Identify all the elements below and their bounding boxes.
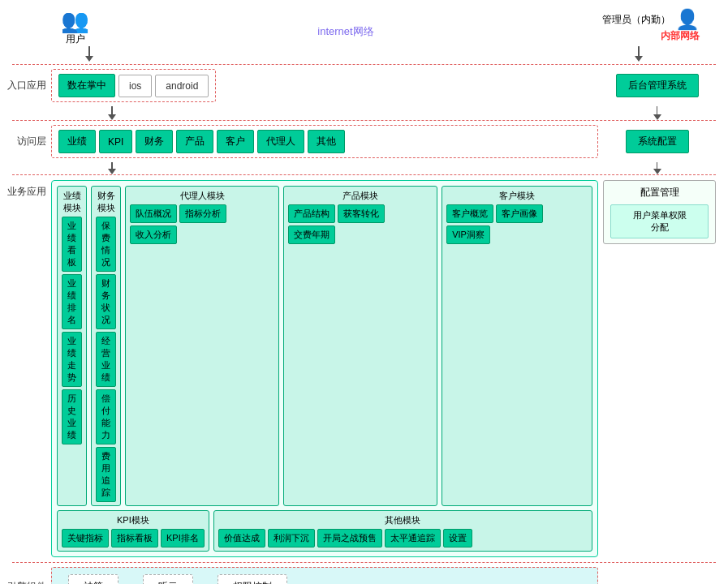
side-arrow-3 — [653, 162, 661, 174]
customer-module: 客户模块 客户概览 客户画像 VIP洞察 — [442, 186, 592, 506]
engine-label: 引擎组件 — [12, 567, 51, 584]
access-item-finance: 财务 — [136, 130, 173, 153]
engine-shensi: 神策 — [68, 574, 118, 584]
config-mgmt-title: 配置管理 — [610, 186, 709, 200]
finance-module: 财务模块 保费情况 财务状况 经营业绩 偿付能力 费用追踪 — [91, 186, 121, 506]
perf-module-title: 业绩模块 — [62, 190, 82, 214]
item-cust-portrait: 客户画像 — [496, 204, 543, 223]
agent-module: 代理人模块 队伍概况 指标分析 收入分析 — [125, 186, 279, 506]
other-module: 其他模块 价值达成 利润下沉 开局之战预售 太平通追踪 设置 — [213, 510, 592, 552]
sys-config: 系统配置 — [626, 130, 689, 153]
other-module-items: 价值达成 利润下沉 开局之战预售 太平通追踪 设置 — [218, 529, 588, 548]
item-prod-period: 交费年期 — [288, 225, 335, 244]
access-item-agent: 代理人 — [257, 130, 304, 153]
item-perf-rank: 业绩排名 — [62, 274, 82, 329]
other-module-title: 其他模块 — [218, 514, 588, 526]
user-arrow — [85, 46, 93, 64]
app-android: android — [155, 75, 209, 97]
business-layer-row: 业务应用 业绩模块 业绩看板 业绩排名 业绩走势 历史业绩 — [12, 174, 716, 562]
entry-apps-container: 数在掌中 ios android — [51, 69, 216, 102]
access-right: 系统配置 — [598, 125, 716, 158]
backend-system: 后台管理系统 — [616, 74, 699, 97]
config-permission: 用户菜单权限分配 — [610, 204, 709, 238]
customer-module-items: 客户概览 客户画像 VIP洞察 — [446, 204, 588, 244]
entry-label: 入口应用 — [12, 69, 51, 102]
access-layer-row: 访问层 业绩 KPI 财务 产品 客户 代理人 其他 系统配置 — [12, 120, 716, 162]
item-perf-trend: 业绩走势 — [62, 332, 82, 387]
app-data-master: 数在掌中 — [58, 74, 115, 97]
business-label: 业务应用 — [12, 180, 51, 199]
modules-row2: KPI模块 关键指标 指标看板 KPI排名 其他模块 价值达成 利润下沉 — [57, 510, 592, 552]
config-column: 配置管理 用户菜单权限分配 — [598, 180, 716, 244]
item-other-track: 太平通追踪 — [385, 529, 441, 548]
item-other-presale: 开局之战预售 — [317, 529, 382, 548]
access-item-customer: 客户 — [217, 130, 254, 153]
item-cust-overview: 客户概览 — [446, 204, 493, 223]
access-item-kpi: KPI — [99, 130, 132, 153]
modules-row1: 业绩模块 业绩看板 业绩排名 业绩走势 历史业绩 财务模块 保费情况 — [57, 186, 592, 506]
access-content: 业绩 KPI 财务 产品 客户 代理人 其他 — [51, 125, 598, 158]
modules-container: 业绩模块 业绩看板 业绩排名 业绩走势 历史业绩 财务模块 保费情况 — [51, 180, 598, 557]
admin-arrow — [635, 46, 643, 64]
diagram-container: 👥 用户 internet网络 管理员（内勤） 👤 内部网络 入口应用 数在掌中 — [0, 0, 728, 584]
admin-icon: 👤 — [675, 10, 700, 29]
finance-module-title: 财务模块 — [96, 190, 116, 214]
item-other-value: 价值达成 — [218, 529, 265, 548]
entry-right: 后台管理系统 — [598, 69, 716, 102]
item-prod-acquire: 获客转化 — [338, 204, 385, 223]
config-management-box: 配置管理 用户菜单权限分配 — [603, 180, 716, 244]
main-arrow-3 — [108, 162, 116, 174]
engine-section: 神策 听云 权限控制 — [51, 567, 598, 584]
entry-content: 数在掌中 ios android — [51, 69, 598, 102]
item-perf-hist: 历史业绩 — [62, 389, 82, 444]
arrows-row3 — [12, 162, 716, 174]
item-kpi-key: 关键指标 — [62, 529, 109, 548]
item-fin-ops: 经营业绩 — [96, 332, 116, 387]
item-perf-board: 业绩看板 — [62, 217, 82, 272]
engine-layer-row: 引擎组件 神策 听云 权限控制 — [12, 562, 716, 584]
main-arrow-2 — [108, 106, 116, 120]
intranet-label: 内部网络 — [661, 29, 700, 43]
admin-actor: 管理员（内勤） 👤 内部网络 — [602, 10, 700, 43]
kpi-module: KPI模块 关键指标 指标看板 KPI排名 — [57, 510, 209, 552]
customer-module-title: 客户模块 — [446, 190, 588, 202]
engine-content: 神策 听云 权限控制 — [51, 567, 598, 584]
item-fin-solvency: 偿付能力 — [96, 389, 116, 444]
item-cust-vip: VIP洞察 — [446, 225, 490, 244]
top-arrows — [12, 46, 716, 64]
admin-label: 管理员（内勤） — [602, 13, 670, 27]
product-module-items: 产品结构 获客转化 交费年期 — [288, 204, 433, 244]
perf-module-items: 业绩看板 业绩排名 业绩走势 历史业绩 — [62, 217, 82, 444]
item-kpi-board: 指标看板 — [111, 529, 158, 548]
kpi-module-items: 关键指标 指标看板 KPI排名 — [62, 529, 205, 548]
item-agent-kpi: 指标分析 — [179, 204, 226, 223]
item-fin-status: 财务状况 — [96, 274, 116, 329]
item-prod-structure: 产品结构 — [288, 204, 335, 223]
engine-permission: 权限控制 — [218, 574, 287, 584]
app-ios: ios — [118, 75, 152, 97]
product-module-title: 产品模块 — [288, 190, 433, 202]
user-icon: 👥 — [61, 10, 89, 32]
engine-tingyun: 听云 — [143, 574, 193, 584]
side-arrow-2 — [653, 106, 661, 120]
item-agent-team: 队伍概况 — [130, 204, 177, 223]
item-fin-premium: 保费情况 — [96, 217, 116, 272]
access-label: 访问层 — [12, 125, 51, 158]
entry-layer-row: 入口应用 数在掌中 ios android 后台管理系统 — [12, 64, 716, 106]
access-item-perf: 业绩 — [58, 130, 96, 153]
user-actor: 👥 用户 — [61, 10, 89, 46]
kpi-module-title: KPI模块 — [62, 514, 205, 526]
arrows-row2 — [12, 106, 716, 120]
business-content: 业绩模块 业绩看板 业绩排名 业绩走势 历史业绩 财务模块 保费情况 — [51, 180, 598, 557]
access-apps: 业绩 KPI 财务 产品 客户 代理人 其他 — [51, 125, 598, 158]
agent-module-items: 队伍概况 指标分析 收入分析 — [130, 204, 274, 244]
finance-module-items: 保费情况 财务状况 经营业绩 偿付能力 费用追踪 — [96, 217, 116, 502]
item-agent-income: 收入分析 — [130, 225, 177, 244]
item-kpi-rank: KPI排名 — [161, 529, 205, 548]
product-module: 产品模块 产品结构 获客转化 交费年期 — [283, 186, 437, 506]
agent-module-title: 代理人模块 — [130, 190, 274, 202]
internet-label: internet网络 — [317, 24, 373, 39]
perf-module: 业绩模块 业绩看板 业绩排名 业绩走势 历史业绩 — [57, 186, 87, 506]
item-other-profit: 利润下沉 — [268, 529, 315, 548]
user-label: 用户 — [66, 32, 85, 46]
